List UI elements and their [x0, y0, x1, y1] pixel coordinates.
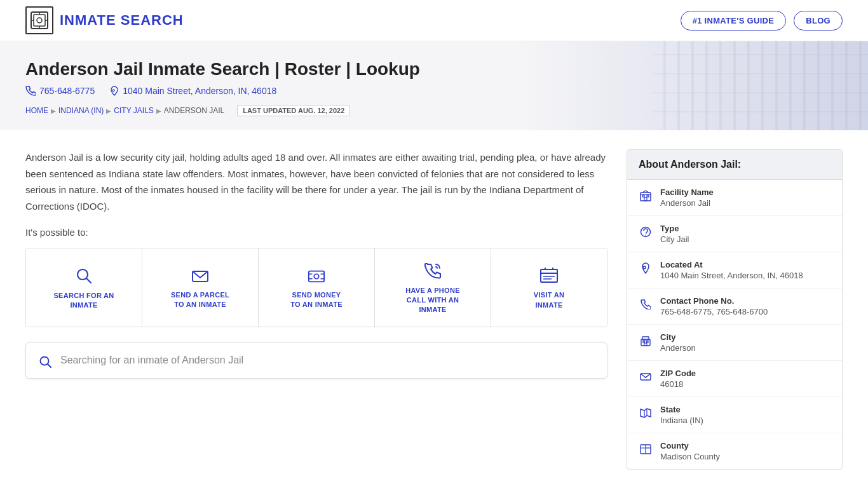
phone-icon [639, 297, 653, 311]
breadcrumb-sep-1: ▶ [51, 107, 56, 114]
location-icon [639, 261, 653, 274]
sidebar-city: City Anderson [627, 325, 842, 361]
sidebar-located-content: Located At 1040 Main Street, Anderson, I… [660, 260, 803, 280]
action-card-phone-label: HAVE A PHONECALL WITH ANINMATE [405, 286, 460, 315]
sidebar-located-label: Located At [660, 260, 803, 269]
action-card-visit-label: VISIT ANINMATE [534, 290, 564, 310]
search-box[interactable]: Searching for an inmate of Anderson Jail [25, 342, 607, 379]
header-nav: #1 INMATE'S GUIDE BLOG [681, 11, 843, 30]
search-box-placeholder: Searching for an inmate of Anderson Jail [60, 355, 243, 366]
guide-button[interactable]: #1 INMATE'S GUIDE [681, 11, 787, 30]
possible-text: It's possible to: [25, 227, 607, 238]
search-box-icon [39, 353, 51, 368]
type-icon [639, 225, 653, 238]
sidebar-zip-value: 46018 [660, 379, 696, 389]
search-icon [75, 267, 93, 285]
logo-area: INMATE SEARCH [25, 6, 184, 34]
sidebar-state-label: State [660, 405, 703, 414]
hero-phone-text: 765-648-6775 [39, 86, 95, 96]
sidebar-zip-label: ZIP Code [660, 369, 696, 378]
sidebar-city-content: City Anderson [660, 332, 696, 353]
svg-rect-1 [34, 15, 45, 26]
last-updated-badge: LAST UPDATED AUG. 12, 2022 [237, 105, 350, 116]
sidebar-card: About Anderson Jail: Facility Name And [627, 149, 843, 470]
sidebar-city-value: Anderson [660, 343, 696, 353]
breadcrumb-sep-3: ▶ [156, 107, 161, 114]
sidebar-facility: Facility Name Anderson Jail [627, 180, 842, 216]
building-icon [639, 189, 653, 202]
svg-rect-26 [647, 195, 649, 197]
header: INMATE SEARCH #1 INMATE'S GUIDE BLOG [0, 0, 868, 41]
svg-point-2 [37, 18, 42, 23]
svg-marker-37 [641, 409, 651, 417]
action-card-money-label: SEND MONEYTO AN INMATE [290, 290, 342, 310]
action-cards: SEARCH FOR ANINMATE SEND A PARCELTO AN I… [25, 248, 607, 327]
sidebar-zip: ZIP Code 46018 [627, 361, 842, 397]
hero-address: 1040 Main Street, Anderson, IN, 46018 [110, 86, 276, 96]
sidebar-located: Located At 1040 Main Street, Anderson, I… [627, 252, 842, 288]
action-card-money[interactable]: SEND MONEYTO AN INMATE [259, 248, 375, 327]
logo-text: INMATE SEARCH [60, 12, 184, 29]
sidebar-contact: Contact Phone No. 765-648-6775, 765-648-… [627, 288, 842, 325]
county-icon [639, 442, 653, 456]
hero-background [652, 41, 868, 130]
sidebar-county: County Madison County [627, 433, 842, 469]
sidebar-contact-label: Contact Phone No. [660, 296, 768, 306]
action-card-visit[interactable]: VISIT ANINMATE [491, 248, 607, 327]
action-card-search-label: SEARCH FOR ANINMATE [53, 291, 114, 311]
sidebar-type-content: Type City Jail [660, 224, 689, 244]
left-column: Anderson Jail is a low security city jai… [25, 149, 607, 470]
svg-rect-25 [642, 195, 644, 197]
action-card-search[interactable]: SEARCH FOR ANINMATE [26, 248, 142, 327]
sidebar-facility-value: Anderson Jail [660, 198, 714, 208]
svg-rect-10 [309, 271, 324, 281]
sidebar-county-label: County [660, 441, 720, 451]
sidebar-contact-value: 765-648-6775, 765-648-6700 [660, 307, 768, 316]
sidebar-city-label: City [660, 332, 696, 342]
blog-button[interactable]: BLOG [794, 11, 843, 30]
breadcrumb-anderson: ANDERSON JAIL [164, 106, 224, 115]
action-card-phone[interactable]: HAVE A PHONECALL WITH ANINMATE [375, 248, 491, 327]
breadcrumb-home[interactable]: HOME [25, 106, 48, 115]
sidebar-type-label: Type [660, 224, 689, 233]
hero-phone: 765-648-6775 [25, 86, 95, 96]
hero-address-text: 1040 Main Street, Anderson, IN, 46018 [123, 86, 276, 96]
svg-point-7 [78, 269, 88, 280]
action-card-parcel[interactable]: SEND A PARCELTO AN INMATE [142, 248, 259, 327]
map-icon [639, 406, 653, 419]
description-text: Anderson Jail is a low security city jai… [25, 149, 607, 214]
zip-icon [639, 370, 653, 383]
sidebar-county-content: County Madison County [660, 441, 720, 461]
hero-section: Anderson Jail Inmate Search | Roster | L… [0, 41, 868, 130]
sidebar-facility-label: Facility Name [660, 187, 714, 197]
svg-rect-33 [647, 341, 649, 343]
svg-line-8 [87, 279, 92, 283]
svg-point-11 [314, 274, 318, 278]
svg-rect-32 [643, 341, 645, 343]
breadcrumb-cityjails[interactable]: CITY JAILS [114, 106, 153, 115]
svg-line-23 [48, 364, 51, 367]
logo-icon [25, 6, 53, 34]
city-icon [639, 334, 653, 347]
sidebar-state: State Indiana (IN) [627, 397, 842, 433]
svg-rect-16 [541, 269, 557, 282]
phone-call-icon [424, 262, 441, 280]
sidebar-located-value: 1040 Main Street, Anderson, IN, 46018 [660, 271, 803, 280]
visit-icon [540, 268, 558, 285]
breadcrumb-indiana[interactable]: INDIANA (IN) [58, 106, 104, 115]
money-icon [308, 268, 325, 284]
sidebar-facility-content: Facility Name Anderson Jail [660, 187, 714, 208]
sidebar-header: About Anderson Jail: [627, 150, 842, 180]
sidebar-state-value: Indiana (IN) [660, 416, 703, 425]
main-content: Anderson Jail is a low security city jai… [0, 130, 868, 488]
sidebar-county-value: Madison County [660, 452, 720, 461]
breadcrumb-sep-2: ▶ [106, 107, 111, 114]
svg-point-30 [645, 234, 646, 236]
sidebar-contact-content: Contact Phone No. 765-648-6775, 765-648-… [660, 296, 768, 316]
sidebar-type: Type City Jail [627, 216, 842, 252]
sidebar-zip-content: ZIP Code 46018 [660, 369, 696, 389]
action-card-parcel-label: SEND A PARCELTO AN INMATE [171, 290, 229, 310]
sidebar: About Anderson Jail: Facility Name And [627, 149, 843, 470]
sidebar-type-value: City Jail [660, 234, 689, 244]
sidebar-state-content: State Indiana (IN) [660, 405, 703, 425]
